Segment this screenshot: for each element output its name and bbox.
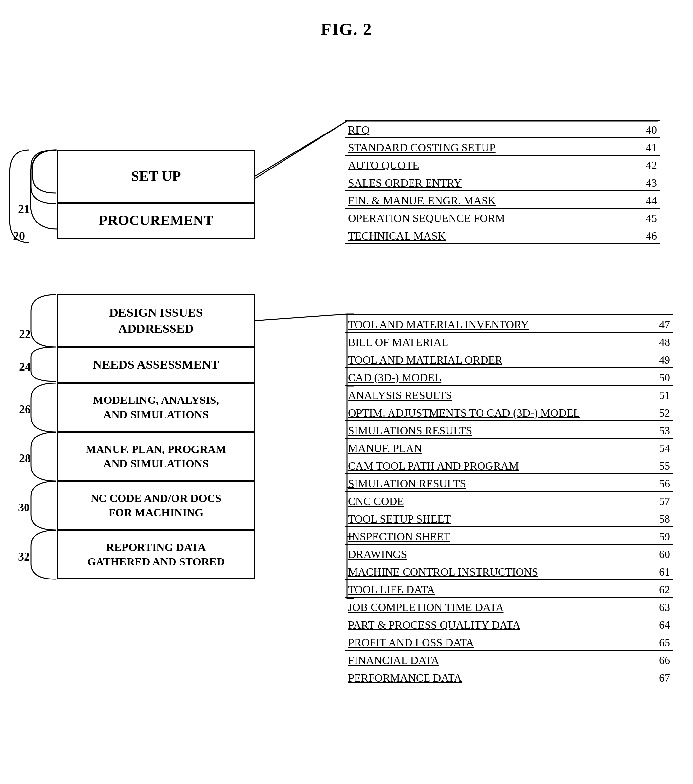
item-label: INSPECTION SHEET	[348, 530, 647, 543]
item-number: 51	[647, 389, 673, 402]
item-label: PERFORMANCE DATA	[348, 672, 647, 684]
bracket-26	[26, 380, 59, 435]
item-number: 43	[634, 177, 660, 189]
item-number: 67	[647, 672, 673, 684]
box-28: MANUF. PLAN, PROGRAM AND SIMULATIONS	[57, 432, 255, 481]
item-label: SIMULATIONS RESULTS	[348, 424, 647, 437]
top-right-item: TECHNICAL MASK 46	[345, 226, 660, 244]
bottom-right-item: MANUF. PLAN 54	[345, 439, 673, 456]
top-right-item: FIN. & MANUF. ENGR. MASK 44	[345, 191, 660, 209]
item-label: FIN. & MANUF. ENGR. MASK	[348, 194, 634, 207]
item-number: 52	[647, 407, 673, 419]
item-label: MACHINE CONTROL INSTRUCTIONS	[348, 566, 647, 578]
top-right-item: STANDARD COSTING SETUP 41	[345, 138, 660, 156]
bottom-right-item: FINANCIAL DATA 66	[345, 651, 673, 669]
item-label: OPERATION SEQUENCE FORM	[348, 212, 634, 224]
item-label: DRAWINGS	[348, 548, 647, 560]
bottom-right-item: TOOL AND MATERIAL ORDER 49	[345, 351, 673, 368]
bracket-24	[26, 344, 59, 384]
item-number: 59	[647, 530, 673, 543]
diagram: FIG. 2 21 20 SET UP PROCUREMENT	[0, 0, 693, 740]
bottom-right-item: CAM TOOL PATH AND PROGRAM 55	[345, 456, 673, 474]
bottom-right-item: TOOL SETUP SHEET 58	[345, 509, 673, 527]
page-title: FIG. 2	[0, 0, 693, 52]
item-number: 54	[647, 442, 673, 455]
item-label: TOOL SETUP SHEET	[348, 513, 647, 525]
bottom-connectors	[252, 291, 353, 618]
bottom-right-item: PROFIT AND LOSS DATA 65	[345, 633, 673, 651]
box-30: NC CODE AND/OR DOCS FOR MACHINING	[57, 481, 255, 530]
item-label: MANUF. PLAN	[348, 442, 647, 455]
item-number: 53	[647, 424, 673, 437]
item-label: SALES ORDER ENTRY	[348, 177, 634, 189]
item-label: SIMULATION RESULTS	[348, 478, 647, 490]
top-right-items: RFQ 40 STANDARD COSTING SETUP 41 AUTO QU…	[345, 120, 660, 244]
item-number: 41	[634, 142, 660, 154]
bottom-right-item: CAD (3D-) MODEL 50	[345, 368, 673, 386]
item-label: FINANCIAL DATA	[348, 654, 647, 667]
item-number: 64	[647, 619, 673, 631]
bottom-right-item: TOOL LIFE DATA 62	[345, 580, 673, 598]
item-label: BILL OF MATERIAL	[348, 336, 647, 349]
item-label: TOOL AND MATERIAL ORDER	[348, 354, 647, 366]
top-right-item: OPERATION SEQUENCE FORM 45	[345, 209, 660, 226]
box-setup: SET UP	[57, 150, 255, 203]
bracket-28	[26, 430, 59, 484]
item-number: 48	[647, 336, 673, 349]
bottom-right-item: PART & PROCESS QUALITY DATA 64	[345, 616, 673, 633]
bottom-right-items: TOOL AND MATERIAL INVENTORY 47 BILL OF M…	[345, 314, 673, 686]
item-label: TECHNICAL MASK	[348, 230, 634, 242]
bracket-32	[26, 528, 59, 582]
item-number: 55	[647, 460, 673, 472]
box-procurement: PROCUREMENT	[57, 203, 255, 239]
item-number: 49	[647, 354, 673, 366]
top-right-item: AUTO QUOTE 42	[345, 156, 660, 173]
item-label: STANDARD COSTING SETUP	[348, 142, 634, 154]
bottom-right-item: BILL OF MATERIAL 48	[345, 333, 673, 351]
item-label: RFQ	[348, 124, 634, 136]
item-number: 60	[647, 548, 673, 560]
box-26: MODELING, ANALYSIS, AND SIMULATIONS	[57, 383, 255, 432]
bottom-right-item: TOOL AND MATERIAL INVENTORY 47	[345, 315, 673, 333]
item-number: 40	[634, 124, 660, 136]
bracket-20	[7, 147, 33, 245]
item-number: 46	[634, 230, 660, 242]
bottom-right-item: INSPECTION SHEET 59	[345, 527, 673, 545]
bottom-right-item: JOB COMPLETION TIME DATA 63	[345, 598, 673, 616]
top-connector	[252, 115, 350, 229]
box-24: NEEDS ASSESSMENT	[57, 347, 255, 383]
item-label: OPTIM. ADJUSTMENTS TO CAD (3D-) MODEL	[348, 407, 647, 419]
item-number: 57	[647, 495, 673, 507]
bottom-right-item: DRAWINGS 60	[345, 545, 673, 562]
bottom-right-item: ANALYSIS RESULTS 51	[345, 386, 673, 404]
item-label: JOB COMPLETION TIME DATA	[348, 601, 647, 614]
item-label: CAM TOOL PATH AND PROGRAM	[348, 460, 647, 472]
item-number: 50	[647, 371, 673, 384]
item-label: CNC CODE	[348, 495, 647, 507]
item-label: PROFIT AND LOSS DATA	[348, 636, 647, 649]
bottom-right-item: MACHINE CONTROL INSTRUCTIONS 61	[345, 562, 673, 580]
item-number: 61	[647, 566, 673, 578]
svg-line-2	[255, 121, 347, 178]
item-number: 42	[634, 159, 660, 171]
item-number: 56	[647, 478, 673, 490]
top-right-item: SALES ORDER ENTRY 43	[345, 173, 660, 191]
item-number: 63	[647, 601, 673, 614]
box-22: DESIGN ISSUES ADDRESSED	[57, 295, 255, 347]
svg-line-3	[255, 314, 347, 321]
item-label: TOOL AND MATERIAL INVENTORY	[348, 318, 647, 331]
item-number: 44	[634, 194, 660, 207]
bottom-right-item: OPTIM. ADJUSTMENTS TO CAD (3D-) MODEL 52	[345, 404, 673, 421]
item-number: 47	[647, 318, 673, 331]
item-number: 65	[647, 636, 673, 649]
box-32: REPORTING DATA GATHERED AND STORED	[57, 530, 255, 579]
bracket-22	[26, 292, 59, 349]
item-label: TOOL LIFE DATA	[348, 583, 647, 596]
bracket-30	[26, 479, 59, 533]
item-number: 66	[647, 654, 673, 667]
item-label: CAD (3D-) MODEL	[348, 371, 647, 384]
bottom-right-item: CNC CODE 57	[345, 492, 673, 509]
bottom-right-item: SIMULATIONS RESULTS 53	[345, 421, 673, 439]
top-right-item: RFQ 40	[345, 120, 660, 138]
item-label: PART & PROCESS QUALITY DATA	[348, 619, 647, 631]
